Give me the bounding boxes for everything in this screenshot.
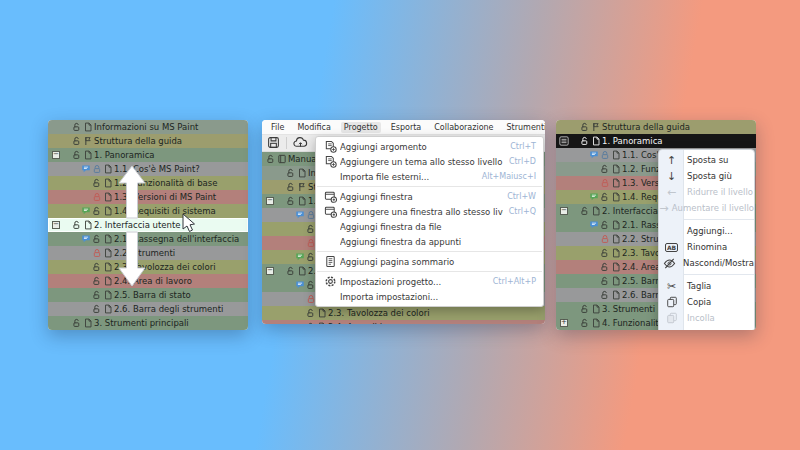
document-icon xyxy=(103,304,113,314)
menu-collaborazione[interactable]: Collaborazione xyxy=(431,122,496,133)
context-item-rinomina[interactable]: ABRinomina xyxy=(659,239,754,255)
tree-row[interactable]: 1.3. Versioni di MS Paint xyxy=(48,190,248,204)
lock-closed-icon xyxy=(92,248,102,258)
menu-strumenti[interactable]: Strumenti xyxy=(504,122,545,133)
menu-shortcut: Ctrl+W xyxy=(507,192,536,201)
context-item-label: Aggiungi... xyxy=(684,226,733,236)
save-icon[interactable] xyxy=(267,134,280,153)
tree-row[interactable]: Struttura della guida xyxy=(48,134,248,148)
drag-handle-icon[interactable] xyxy=(559,136,569,146)
context-item-sposta-su[interactable]: ↑Sposta su xyxy=(659,152,754,168)
comment-icon xyxy=(295,210,305,220)
lock-open-icon xyxy=(580,206,590,216)
context-item-label: Sposta su xyxy=(684,155,728,165)
context-item-aggiungi[interactable]: Aggiungi... xyxy=(659,223,754,239)
cloud-upload-icon[interactable] xyxy=(293,134,308,153)
document-icon xyxy=(611,192,621,202)
tree-row[interactable]: Informazioni su MS Paint xyxy=(48,120,248,134)
document-icon xyxy=(317,322,327,324)
context-item-label: Taglia xyxy=(684,281,711,291)
tree-row[interactable]: 2.5. Barra di stato xyxy=(48,288,248,302)
flag-icon xyxy=(83,136,93,146)
tree-row-label: 2. Interfaccia utente xyxy=(94,218,180,232)
lock-open-icon xyxy=(286,182,296,192)
tree-row[interactable]: 1.2. Funzionalità di base xyxy=(48,176,248,190)
menu-item-aggiungi-finestra[interactable]: Aggiungi finestraCtrl+W xyxy=(316,189,543,204)
lock-open-icon xyxy=(580,122,590,132)
lock-open-icon xyxy=(600,276,610,286)
menu-item-impostazioni-progetto[interactable]: Impostazioni progetto...Ctrl+Alt+P xyxy=(316,274,543,289)
tree-row[interactable]: 2.3. Tavolozza dei colori xyxy=(262,306,545,320)
context-item-label: Nascondi/Mostra xyxy=(680,258,754,268)
menu-item-label: Importa file esterni... xyxy=(340,172,476,182)
context-item-incolla: Incolla xyxy=(659,310,754,326)
tree-row-label: 2.3. Tavolozza dei colori xyxy=(328,306,430,320)
menu-item-aggiungere-un-tema-allo-stesso-livello[interactable]: Aggiungere un tema allo stesso livelloCt… xyxy=(316,154,543,169)
context-item-nascondi-mostra[interactable]: Nascondi/Mostra xyxy=(659,255,754,271)
lock-open-icon xyxy=(600,290,610,300)
lock-open-icon xyxy=(92,178,102,188)
menu-esporta[interactable]: Esporta xyxy=(388,122,425,133)
document-icon xyxy=(317,308,327,318)
context-item-sposta-gi[interactable]: ↓Sposta giù xyxy=(659,168,754,184)
expander-minus-icon[interactable]: − xyxy=(560,207,568,215)
tree-row[interactable]: 2.4. Area di lavoro xyxy=(48,274,248,288)
toc-panel-context: Struttura della guida1. Panoramica1.1. C… xyxy=(556,120,756,330)
eye-slash-icon xyxy=(659,257,680,270)
tree-row[interactable]: 2.4. Area di lavoro xyxy=(262,320,545,324)
toc-tree: Informazioni su MS PaintStruttura della … xyxy=(48,120,248,330)
tree-row[interactable]: 2.1. Rassegna dell'interfaccia xyxy=(48,232,248,246)
document-icon xyxy=(611,150,621,160)
tree-row[interactable]: Struttura della guida xyxy=(556,120,756,134)
tree-row[interactable]: 1.4. Requisiti di sistema xyxy=(48,204,248,218)
lock-open-icon xyxy=(92,262,102,272)
context-item-rimuovi[interactable]: Rimuovi xyxy=(659,326,754,330)
context-item-taglia[interactable]: ✂Taglia xyxy=(659,278,754,294)
tree-row[interactable]: 1.1. Cos'è MS Paint? xyxy=(48,162,248,176)
menu-file[interactable]: File xyxy=(268,122,287,133)
context-item-aumentare-il-livello: →Aumentare il livello xyxy=(659,200,754,216)
document-icon xyxy=(297,266,307,276)
lock-open-icon xyxy=(92,276,102,286)
expander-minus-icon[interactable]: − xyxy=(266,267,274,275)
tree-row[interactable]: 2.6. Barra degli strumenti xyxy=(48,302,248,316)
menu-item-aggiungi-finestra-da-appunti[interactable]: Aggiungi finestra da appunti xyxy=(316,234,543,249)
paste-icon xyxy=(659,312,684,324)
tree-row-label: 2.5. Barra di stato xyxy=(114,288,191,302)
tree-row[interactable]: −2. Interfaccia utente xyxy=(48,218,248,232)
tree-row[interactable]: 2.3. Tavolozza dei colori xyxy=(48,260,248,274)
tree-row[interactable]: 2.2. Strumenti xyxy=(48,246,248,260)
lock-open-icon xyxy=(306,322,316,324)
menu-item-aggiungi-argomento[interactable]: Aggiungi argomentoCtrl+T xyxy=(316,139,543,154)
tree-row[interactable]: −1. Panoramica xyxy=(48,148,248,162)
tree-row-label: 1.4. Requisiti di sistema xyxy=(114,204,216,218)
tree-row-label: 1. Panoramica xyxy=(602,134,663,148)
document-icon xyxy=(103,262,113,272)
lock-open-icon xyxy=(600,248,610,258)
expander-plus-icon[interactable]: + xyxy=(560,319,568,327)
tree-row[interactable]: 1. Panoramica xyxy=(556,134,756,148)
menu-item-importa-file-esterni[interactable]: Importa file esterni...Alt+Maiusc+I xyxy=(316,169,543,184)
lock-open-icon xyxy=(600,192,610,202)
menu-item-importa-impostazioni[interactable]: Importa impostazioni... xyxy=(316,289,543,304)
menu-progetto[interactable]: Progetto xyxy=(341,122,381,133)
arrow-up-icon: ↑ xyxy=(659,154,684,167)
lock-open-icon xyxy=(72,122,82,132)
lock-closed-icon xyxy=(600,234,610,244)
copy-icon xyxy=(659,296,684,308)
expander-minus-icon[interactable]: − xyxy=(266,197,274,205)
tree-row-label: 3. Strumenti principali xyxy=(94,316,189,330)
document-icon xyxy=(611,248,621,258)
menu-item-aggiungi-pagina-sommario[interactable]: Aggiungi pagina sommario xyxy=(316,254,543,269)
menu-item-label: Aggiungi finestra xyxy=(340,192,501,202)
context-item-copia[interactable]: Copia xyxy=(659,294,754,310)
menu-modifica[interactable]: Modifica xyxy=(294,122,333,133)
flag-icon xyxy=(297,182,307,192)
menu-item-aggiungi-finestra-da-file[interactable]: Aggiungi finestra da file xyxy=(316,219,543,234)
expander-minus-icon[interactable]: − xyxy=(52,151,60,159)
tree-row-label: 2.1. Rassegna dell'interfaccia xyxy=(114,232,239,246)
tree-row[interactable]: 3. Strumenti principali xyxy=(48,316,248,330)
menu-item-aggiungere-una-finestra-allo-stesso-livello[interactable]: Aggiungere una finestra allo stesso live… xyxy=(316,204,543,219)
expander-minus-icon[interactable]: − xyxy=(52,221,60,229)
book-icon xyxy=(277,154,287,164)
